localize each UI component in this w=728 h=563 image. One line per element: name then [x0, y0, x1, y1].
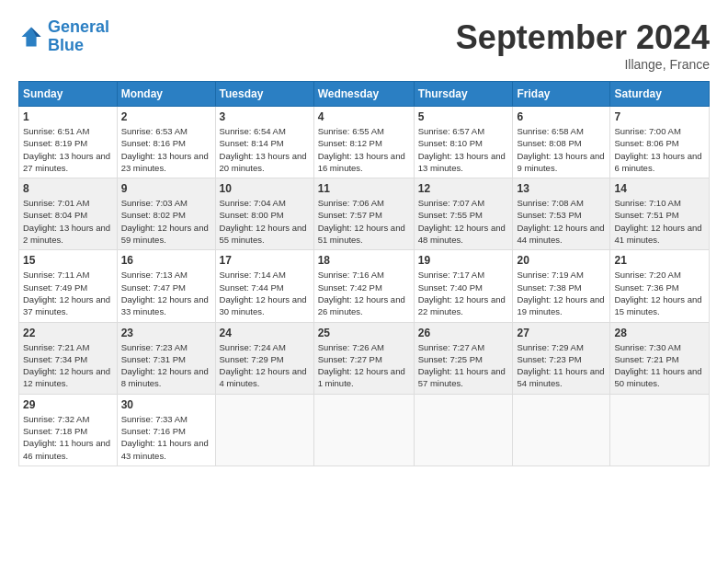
day-number: 17 [220, 254, 310, 267]
title-block: September 2024 Illange, France [456, 18, 710, 72]
day-number: 1 [23, 110, 113, 123]
calendar-cell: 8 Sunrise: 7:01 AMSunset: 8:04 PMDayligh… [19, 178, 118, 250]
logo: General Blue [18, 18, 109, 55]
day-info: Sunrise: 7:20 AMSunset: 7:36 PMDaylight:… [614, 269, 705, 317]
day-number: 20 [517, 254, 606, 267]
logo-line2: Blue [48, 36, 84, 54]
calendar-cell [414, 394, 513, 465]
calendar-cell: 16 Sunrise: 7:13 AMSunset: 7:47 PMDaylig… [117, 250, 215, 322]
col-sunday: Sunday [19, 82, 118, 107]
day-info: Sunrise: 7:04 AMSunset: 8:00 PMDaylight:… [220, 197, 310, 246]
day-info: Sunrise: 7:29 AMSunset: 7:23 PMDaylight:… [517, 341, 606, 390]
calendar-cell: 23 Sunrise: 7:23 AMSunset: 7:31 PMDaylig… [117, 322, 215, 394]
day-info: Sunrise: 7:13 AMSunset: 7:47 PMDaylight:… [121, 269, 211, 317]
logo-icon [18, 24, 44, 50]
calendar-cell: 6 Sunrise: 6:58 AMSunset: 8:08 PMDayligh… [513, 107, 610, 178]
day-number: 2 [121, 110, 211, 123]
col-thursday: Thursday [414, 82, 513, 107]
day-number: 6 [517, 110, 606, 123]
day-number: 21 [614, 254, 705, 267]
day-info: Sunrise: 7:10 AMSunset: 7:51 PMDaylight:… [614, 197, 705, 246]
day-info: Sunrise: 7:17 AMSunset: 7:40 PMDaylight:… [418, 269, 509, 317]
calendar-cell: 22 Sunrise: 7:21 AMSunset: 7:34 PMDaylig… [19, 322, 118, 394]
calendar-table: Sunday Monday Tuesday Wednesday Thursday… [18, 81, 710, 466]
logo-line1: General [48, 17, 109, 36]
calendar-row: 22 Sunrise: 7:21 AMSunset: 7:34 PMDaylig… [19, 322, 710, 394]
header: General Blue September 2024 Illange, Fra… [18, 18, 710, 72]
day-info: Sunrise: 7:32 AMSunset: 7:18 PMDaylight:… [23, 413, 113, 462]
day-number: 15 [23, 254, 113, 267]
day-info: Sunrise: 7:23 AMSunset: 7:31 PMDaylight:… [121, 341, 211, 390]
calendar-cell: 21 Sunrise: 7:20 AMSunset: 7:36 PMDaylig… [610, 250, 710, 322]
calendar-cell: 14 Sunrise: 7:10 AMSunset: 7:51 PMDaylig… [610, 178, 710, 250]
day-info: Sunrise: 7:16 AMSunset: 7:42 PMDaylight:… [318, 269, 410, 317]
day-number: 28 [614, 327, 705, 339]
calendar-cell: 12 Sunrise: 7:07 AMSunset: 7:55 PMDaylig… [414, 178, 513, 250]
day-info: Sunrise: 7:30 AMSunset: 7:21 PMDaylight:… [614, 341, 705, 390]
calendar-cell [513, 394, 610, 465]
day-number: 26 [418, 327, 509, 339]
location: Illange, France [456, 57, 710, 72]
calendar-cell: 13 Sunrise: 7:08 AMSunset: 7:53 PMDaylig… [513, 178, 610, 250]
day-number: 30 [121, 398, 211, 411]
day-number: 3 [220, 110, 310, 123]
day-info: Sunrise: 7:08 AMSunset: 7:53 PMDaylight:… [517, 197, 606, 246]
day-info: Sunrise: 6:53 AMSunset: 8:16 PMDaylight:… [121, 125, 211, 174]
calendar-cell: 19 Sunrise: 7:17 AMSunset: 7:40 PMDaylig… [414, 250, 513, 322]
day-number: 27 [517, 327, 606, 339]
col-friday: Friday [513, 82, 610, 107]
day-number: 29 [23, 398, 113, 411]
calendar-cell: 30 Sunrise: 7:33 AMSunset: 7:16 PMDaylig… [117, 394, 215, 465]
calendar-cell: 20 Sunrise: 7:19 AMSunset: 7:38 PMDaylig… [513, 250, 610, 322]
calendar-cell: 2 Sunrise: 6:53 AMSunset: 8:16 PMDayligh… [117, 107, 215, 178]
day-number: 12 [418, 182, 509, 195]
calendar-cell: 28 Sunrise: 7:30 AMSunset: 7:21 PMDaylig… [610, 322, 710, 394]
day-info: Sunrise: 7:07 AMSunset: 7:55 PMDaylight:… [418, 197, 509, 246]
day-number: 5 [418, 110, 509, 123]
calendar-cell: 29 Sunrise: 7:32 AMSunset: 7:18 PMDaylig… [19, 394, 118, 465]
col-monday: Monday [117, 82, 215, 107]
calendar-cell: 15 Sunrise: 7:11 AMSunset: 7:49 PMDaylig… [19, 250, 118, 322]
calendar-cell: 4 Sunrise: 6:55 AMSunset: 8:12 PMDayligh… [313, 107, 414, 178]
calendar-cell: 24 Sunrise: 7:24 AMSunset: 7:29 PMDaylig… [215, 322, 313, 394]
calendar-cell: 3 Sunrise: 6:54 AMSunset: 8:14 PMDayligh… [215, 107, 313, 178]
day-info: Sunrise: 6:55 AMSunset: 8:12 PMDaylight:… [318, 125, 410, 174]
calendar-cell: 1 Sunrise: 6:51 AMSunset: 8:19 PMDayligh… [19, 107, 118, 178]
calendar-cell: 18 Sunrise: 7:16 AMSunset: 7:42 PMDaylig… [313, 250, 414, 322]
calendar-cell: 9 Sunrise: 7:03 AMSunset: 8:02 PMDayligh… [117, 178, 215, 250]
calendar-row: 29 Sunrise: 7:32 AMSunset: 7:18 PMDaylig… [19, 394, 710, 465]
col-wednesday: Wednesday [313, 82, 414, 107]
calendar-cell: 7 Sunrise: 7:00 AMSunset: 8:06 PMDayligh… [610, 107, 710, 178]
day-number: 9 [121, 182, 211, 195]
header-row: Sunday Monday Tuesday Wednesday Thursday… [19, 82, 710, 107]
day-number: 4 [318, 110, 410, 123]
col-saturday: Saturday [610, 82, 710, 107]
calendar-row: 15 Sunrise: 7:11 AMSunset: 7:49 PMDaylig… [19, 250, 710, 322]
day-number: 11 [318, 182, 410, 195]
col-tuesday: Tuesday [215, 82, 313, 107]
day-info: Sunrise: 6:57 AMSunset: 8:10 PMDaylight:… [418, 125, 509, 174]
calendar-row: 8 Sunrise: 7:01 AMSunset: 8:04 PMDayligh… [19, 178, 710, 250]
day-info: Sunrise: 7:06 AMSunset: 7:57 PMDaylight:… [318, 197, 410, 246]
day-info: Sunrise: 7:14 AMSunset: 7:44 PMDaylight:… [220, 269, 310, 317]
day-info: Sunrise: 7:11 AMSunset: 7:49 PMDaylight:… [23, 269, 113, 317]
calendar-cell [313, 394, 414, 465]
day-number: 13 [517, 182, 606, 195]
day-number: 16 [121, 254, 211, 267]
day-info: Sunrise: 7:21 AMSunset: 7:34 PMDaylight:… [23, 341, 113, 390]
day-info: Sunrise: 6:51 AMSunset: 8:19 PMDaylight:… [23, 125, 113, 174]
logo-text: General Blue [48, 18, 109, 55]
day-number: 25 [318, 327, 410, 339]
day-number: 14 [614, 182, 705, 195]
calendar-cell: 17 Sunrise: 7:14 AMSunset: 7:44 PMDaylig… [215, 250, 313, 322]
calendar-body: 1 Sunrise: 6:51 AMSunset: 8:19 PMDayligh… [19, 107, 710, 466]
day-number: 10 [220, 182, 310, 195]
calendar-cell: 5 Sunrise: 6:57 AMSunset: 8:10 PMDayligh… [414, 107, 513, 178]
day-info: Sunrise: 7:26 AMSunset: 7:27 PMDaylight:… [318, 341, 410, 390]
page: General Blue September 2024 Illange, Fra… [0, 0, 728, 476]
month-title: September 2024 [456, 18, 710, 57]
calendar-cell: 27 Sunrise: 7:29 AMSunset: 7:23 PMDaylig… [513, 322, 610, 394]
day-info: Sunrise: 7:01 AMSunset: 8:04 PMDaylight:… [23, 197, 113, 246]
calendar-cell [610, 394, 710, 465]
day-info: Sunrise: 6:54 AMSunset: 8:14 PMDaylight:… [220, 125, 310, 174]
